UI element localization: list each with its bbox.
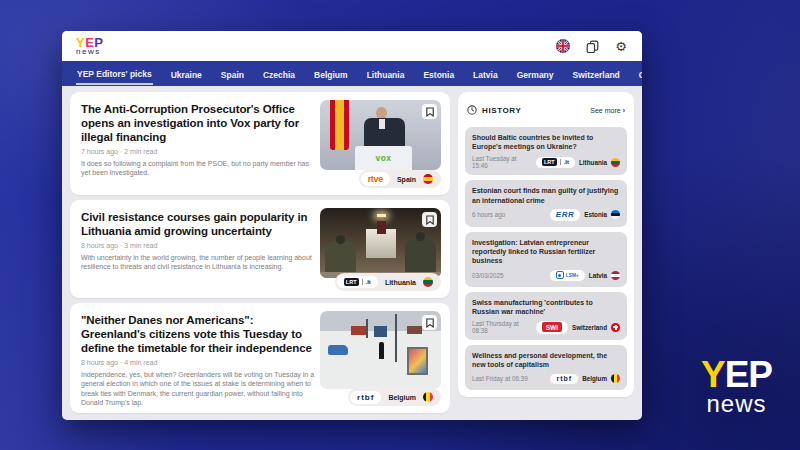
lithuania-flag-icon <box>423 277 433 287</box>
election-poster <box>407 347 428 375</box>
tab-latvia[interactable]: Latvia <box>472 64 499 84</box>
article-card[interactable]: Civil resistance courses gain popularity… <box>70 200 450 298</box>
see-more-link[interactable]: See more› <box>590 107 625 114</box>
soldier-figure <box>325 241 356 273</box>
lrt-logo: LRT.lt <box>542 158 569 166</box>
country-label: Belgium <box>582 375 607 382</box>
vox-logo-text: vox <box>375 153 391 163</box>
tab-ukraine[interactable]: Ukraine <box>170 64 203 84</box>
history-item[interactable]: Wellness and personal development, the n… <box>465 345 627 389</box>
country-label: Lithuania <box>385 279 416 286</box>
estonia-flag-icon <box>611 210 620 219</box>
category-nav: YEP Editors' picks Ukraine Spain Czechia… <box>62 61 642 86</box>
article-title: "Neither Danes nor Americans": Greenland… <box>81 313 315 355</box>
history-item-title: Estonian court finds man guilty of justi… <box>472 186 620 204</box>
history-item[interactable]: Should Baltic countries be invited to Eu… <box>465 127 627 175</box>
app-logo: YEP news <box>76 36 104 56</box>
article-card[interactable]: "Neither Danes nor Americans": Greenland… <box>70 303 450 413</box>
country-label: Belgium <box>388 394 416 401</box>
article-title: Civil resistance courses gain popularity… <box>81 210 315 238</box>
lithuania-flag-icon <box>611 158 620 167</box>
tab-spain[interactable]: Spain <box>220 64 245 84</box>
history-item-title: Investigation: Latvian entrepreneur repo… <box>472 238 620 266</box>
soldier-figure <box>405 238 436 273</box>
history-title: HISTORY <box>482 106 521 115</box>
tab-yep-editors-picks[interactable]: YEP Editors' picks <box>76 63 153 85</box>
history-item-title: Swiss manufacturing 'contributes to Russ… <box>472 298 620 316</box>
yep-news-watermark: YEP news <box>701 358 772 415</box>
history-item-time: 6 hours ago <box>472 211 505 218</box>
spain-flag-icon <box>423 174 433 184</box>
library-pages-icon[interactable] <box>585 39 599 53</box>
country-label: Spain <box>397 176 416 183</box>
article-image <box>320 311 441 389</box>
article-image: vox <box>320 100 441 170</box>
article-description: With uncertainty in the world growing, t… <box>81 253 315 272</box>
source-badge: LRT.lt Lithuania <box>335 273 441 291</box>
belgium-flag-icon <box>423 392 433 402</box>
top-bar: YEP news ⚙ <box>62 31 642 61</box>
chevron-right-icon: › <box>623 107 625 114</box>
tab-czechia[interactable]: Czechia <box>262 64 296 84</box>
belgium-flag-icon <box>611 374 620 383</box>
err-logo: ERR <box>556 210 574 219</box>
bookmark-icon[interactable] <box>422 104 437 119</box>
article-image <box>320 208 441 278</box>
tab-germany[interactable]: Germany <box>516 64 555 84</box>
lsm-logo: LSM+ <box>556 271 579 279</box>
tab-lithuania[interactable]: Lithuania <box>366 64 406 84</box>
history-item-time: 03/03/2025 <box>472 272 504 279</box>
country-label: Latvia <box>589 272 607 279</box>
app-window: YEP news ⚙ YEP Editors' picks Ukraine Sp… <box>62 31 642 420</box>
swi-logo: SWI <box>542 322 562 332</box>
tab-georgia[interactable]: Georgia <box>638 64 642 84</box>
car-figure <box>328 345 347 355</box>
spain-flag-prop <box>330 100 349 150</box>
history-item-time: Last Friday at 06:39 <box>472 375 528 382</box>
source-badge: rtbf Belgium <box>348 388 441 406</box>
history-panel: HISTORY See more› Should Baltic countrie… <box>458 92 634 397</box>
latvia-flag-icon <box>611 271 620 280</box>
content-area: The Anti-Corruption Prosecutor's Office … <box>62 86 642 420</box>
switzerland-flag-icon <box>611 323 620 332</box>
clock-icon <box>467 101 477 119</box>
history-item-title: Wellness and personal development, the n… <box>472 351 620 369</box>
logo-subtitle: news <box>76 48 104 56</box>
country-label: Switzerland <box>572 324 607 331</box>
language-uk-flag-icon[interactable] <box>556 39 570 53</box>
history-item-title: Should Baltic countries be invited to Eu… <box>472 133 620 151</box>
rtbf-logo: rtbf <box>357 393 374 402</box>
tab-estonia[interactable]: Estonia <box>422 64 455 84</box>
history-item-time: Last Tuesday at 15:46 <box>472 155 532 169</box>
country-label: Lithuania <box>579 159 607 166</box>
article-card[interactable]: The Anti-Corruption Prosecutor's Office … <box>70 92 450 195</box>
tab-switzerland[interactable]: Switzerland <box>572 64 621 84</box>
articles-column: The Anti-Corruption Prosecutor's Office … <box>70 92 450 413</box>
rtve-logo: rtve <box>368 174 383 184</box>
tab-belgium[interactable]: Belgium <box>313 64 349 84</box>
bookmark-icon[interactable] <box>422 212 437 227</box>
article-description: It does so following a complaint from th… <box>81 159 315 178</box>
country-label: Estonia <box>584 211 607 218</box>
pedestrian-figure <box>379 342 384 359</box>
rtbf-logo: rtbf <box>556 375 572 382</box>
bookmark-icon[interactable] <box>422 315 437 330</box>
article-title: The Anti-Corruption Prosecutor's Office … <box>81 102 315 144</box>
history-item[interactable]: Estonian court finds man guilty of justi… <box>465 180 627 226</box>
article-description: Independence, yes, but when? Greenlander… <box>81 370 315 408</box>
settings-gear-icon[interactable]: ⚙ <box>614 39 628 53</box>
history-item-time: Last Thursday at 08:38 <box>472 320 532 334</box>
source-badge: rtve Spain <box>359 170 441 188</box>
history-item[interactable]: Investigation: Latvian entrepreneur repo… <box>465 232 627 287</box>
lrt-logo: LRT.lt <box>344 278 371 286</box>
podium: vox <box>355 146 412 171</box>
history-item[interactable]: Swiss manufacturing 'contributes to Russ… <box>465 292 627 340</box>
